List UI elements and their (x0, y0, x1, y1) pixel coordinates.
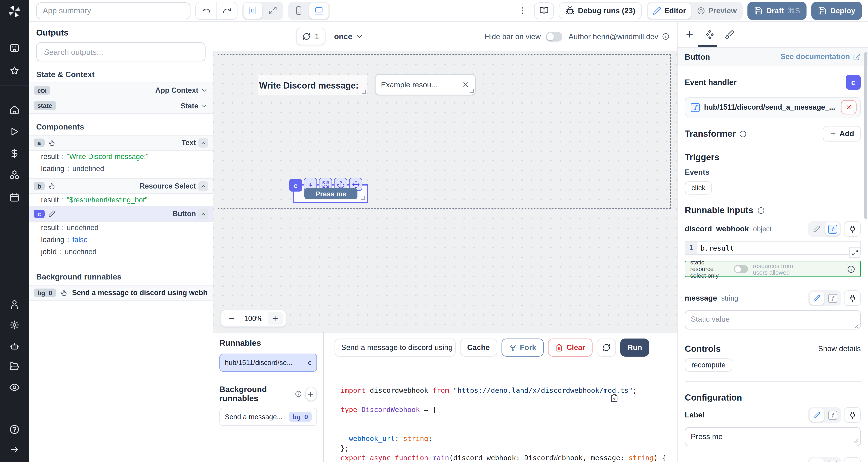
message-static-value-input[interactable] (685, 310, 861, 329)
clear-button[interactable]: Clear (548, 338, 592, 357)
more-menu-kebab-icon[interactable] (515, 6, 529, 15)
full-width-button[interactable] (264, 3, 282, 19)
connect-plug-icon[interactable] (844, 221, 861, 237)
resize-handle[interactable] (361, 196, 365, 200)
eval-mode-function-icon[interactable]: f (825, 292, 840, 305)
desktop-view-button[interactable] (309, 3, 329, 19)
app-canvas[interactable]: Write Discord message: Example resou... … (213, 51, 677, 332)
add-transformer-button[interactable]: Add (823, 126, 861, 141)
workers-robot-icon[interactable] (9, 341, 20, 352)
zoom-out-button[interactable] (224, 312, 239, 325)
cache-button[interactable]: Cache (460, 338, 497, 357)
event-handler-runnable[interactable]: f hub/1511/discord/send_a_message_... (685, 97, 861, 118)
docs-button[interactable] (534, 2, 554, 19)
pencil-icon[interactable] (48, 210, 56, 218)
component-row-b[interactable]: b Resource Select (29, 178, 213, 194)
redo-button[interactable] (216, 2, 237, 19)
refresh-code-button[interactable] (597, 338, 616, 357)
label-value-input[interactable] (685, 427, 861, 446)
insert-tab-plus-icon[interactable] (680, 22, 699, 46)
variables-dollar-icon[interactable] (9, 148, 20, 158)
output-row-state[interactable]: state State (29, 98, 213, 114)
collapse-chevron-up-icon[interactable] (198, 138, 208, 147)
app-summary-input[interactable] (36, 2, 190, 19)
show-details-link[interactable]: Show details (818, 344, 861, 353)
refresh-count-button[interactable]: 1 (296, 28, 326, 45)
remove-runnable-button[interactable] (841, 100, 857, 114)
inspector-scrollbar[interactable] (864, 52, 867, 219)
static-mode-pencil-icon[interactable] (809, 408, 824, 422)
users-icon[interactable] (9, 299, 20, 309)
workspace-icon[interactable] (9, 43, 20, 53)
input-expression-editor[interactable]: 1 b.result (685, 241, 861, 255)
resource-select-component[interactable]: Example resou... (375, 74, 475, 95)
add-background-runnable-button[interactable] (305, 387, 317, 401)
outputs-search-input[interactable] (43, 47, 199, 57)
component-row-c-selected[interactable]: c Button (29, 206, 213, 222)
collapse-chevron-up-icon[interactable] (198, 181, 208, 191)
copilot-clipboard-icon[interactable] (610, 375, 643, 422)
fork-button[interactable]: Fork (501, 338, 544, 357)
zoom-in-button[interactable] (268, 312, 283, 325)
tab-editor[interactable]: Editor (648, 3, 691, 19)
bounded-width-button[interactable] (244, 3, 262, 19)
chevron-down-icon[interactable] (201, 87, 208, 94)
textarea-resize-grip[interactable] (854, 324, 858, 328)
runs-play-icon[interactable] (9, 127, 20, 137)
textarea-resize-grip[interactable] (854, 438, 858, 443)
chevron-down-icon[interactable] (201, 102, 208, 109)
audit-eye-icon[interactable] (9, 382, 20, 393)
script-title-input[interactable]: Send a message to discord using (335, 338, 456, 357)
frequency-dropdown[interactable]: once (334, 32, 363, 41)
see-documentation-link[interactable]: See documentation (780, 53, 861, 61)
connect-plug-icon[interactable] (844, 457, 861, 462)
mobile-view-button[interactable] (289, 3, 308, 19)
resources-cubes-icon[interactable] (9, 170, 20, 181)
static-mode-pencil-icon[interactable] (809, 222, 824, 235)
home-icon[interactable] (9, 105, 20, 115)
windmill-logo-icon[interactable] (8, 5, 21, 18)
info-icon[interactable] (662, 33, 670, 40)
help-icon[interactable] (9, 424, 20, 435)
settings-gear-icon[interactable] (9, 320, 20, 330)
clear-selection-x-icon[interactable] (462, 81, 470, 89)
connect-plug-icon[interactable] (844, 407, 861, 423)
undo-button[interactable] (196, 2, 216, 19)
component-row-a[interactable]: a Text (29, 135, 213, 151)
resource-mode-toggle[interactable] (734, 265, 748, 273)
background-runnable-item[interactable]: Send a message... bg_0 (219, 408, 317, 426)
hide-bar-toggle[interactable] (546, 32, 562, 41)
selected-runnable-row[interactable]: hub/1511/discord/se... c (219, 354, 317, 372)
static-mode-pencil-icon[interactable] (809, 458, 824, 462)
styling-tab-brush-icon[interactable] (720, 22, 739, 46)
favorites-star-icon[interactable] (9, 66, 20, 76)
background-runnable-row[interactable]: bg_0 Send a message to discord using web… (29, 285, 213, 301)
static-mode-pencil-icon[interactable] (809, 292, 824, 305)
run-button[interactable]: Run (620, 338, 649, 357)
press-me-button[interactable]: Press me (304, 188, 358, 199)
tab-preview[interactable]: Preview (692, 3, 742, 19)
output-kv: loading:undefined (29, 163, 213, 175)
collapse-arrow-right-icon[interactable] (9, 444, 20, 455)
draft-button[interactable]: Draft ⌘S (748, 2, 807, 20)
resize-handle[interactable] (470, 89, 474, 93)
text-component[interactable]: Write Discord message: (258, 75, 367, 95)
folders-icon[interactable] (9, 361, 20, 372)
debug-runs-button[interactable]: Debug runs (23) (559, 2, 642, 19)
schedules-calendar-icon[interactable] (9, 192, 20, 202)
output-row-ctx[interactable]: ctx App Context (29, 82, 213, 98)
width-mode-group (242, 2, 283, 20)
deploy-button[interactable]: Deploy (811, 2, 862, 20)
expand-editor-icon[interactable] (849, 247, 860, 258)
selected-button-component[interactable]: c Press me (293, 184, 368, 203)
recompute-chip[interactable]: recompute (685, 358, 732, 372)
eval-mode-function-icon[interactable]: f (825, 458, 840, 462)
eval-mode-function-icon[interactable]: f (825, 222, 840, 235)
info-icon[interactable] (847, 265, 855, 273)
collapse-chevron-up-icon[interactable] (198, 209, 208, 219)
code-editor[interactable]: import discordwebhook from "https://deno… (324, 361, 677, 462)
eval-mode-function-icon[interactable]: f (825, 408, 840, 422)
connect-plug-icon[interactable] (844, 290, 861, 306)
settings-tab-components-icon[interactable] (700, 22, 719, 46)
resize-handle[interactable] (362, 90, 366, 94)
